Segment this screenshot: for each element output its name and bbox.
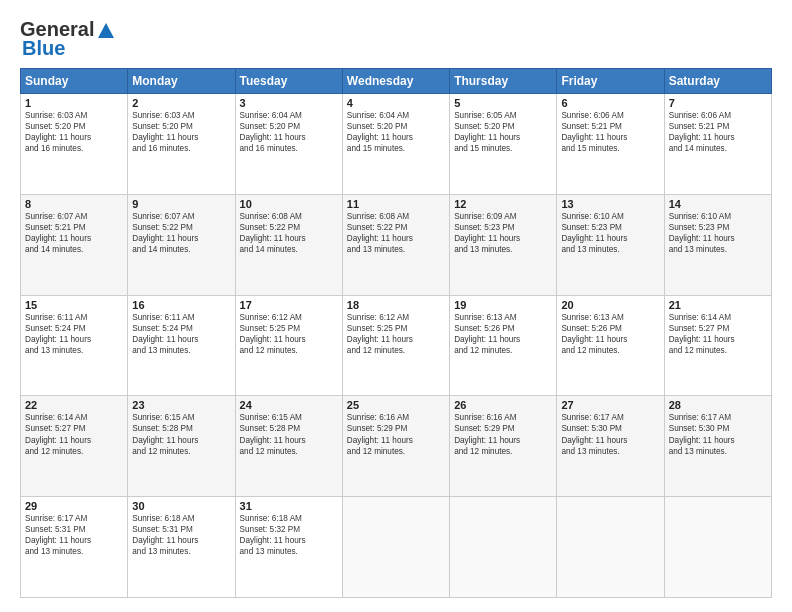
calendar-week-3: 15Sunrise: 6:11 AM Sunset: 5:24 PM Dayli… xyxy=(21,295,772,396)
day-info: Sunrise: 6:03 AM Sunset: 5:20 PM Dayligh… xyxy=(25,110,123,154)
calendar-header-wednesday: Wednesday xyxy=(342,69,449,94)
calendar-cell: 11Sunrise: 6:08 AM Sunset: 5:22 PM Dayli… xyxy=(342,194,449,295)
day-info: Sunrise: 6:13 AM Sunset: 5:26 PM Dayligh… xyxy=(561,312,659,356)
calendar-cell: 16Sunrise: 6:11 AM Sunset: 5:24 PM Dayli… xyxy=(128,295,235,396)
day-number: 6 xyxy=(561,97,659,109)
calendar-header-row: SundayMondayTuesdayWednesdayThursdayFrid… xyxy=(21,69,772,94)
day-info: Sunrise: 6:12 AM Sunset: 5:25 PM Dayligh… xyxy=(240,312,338,356)
calendar-cell: 14Sunrise: 6:10 AM Sunset: 5:23 PM Dayli… xyxy=(664,194,771,295)
day-number: 4 xyxy=(347,97,445,109)
day-info: Sunrise: 6:18 AM Sunset: 5:32 PM Dayligh… xyxy=(240,513,338,557)
day-info: Sunrise: 6:15 AM Sunset: 5:28 PM Dayligh… xyxy=(132,412,230,456)
calendar-cell: 20Sunrise: 6:13 AM Sunset: 5:26 PM Dayli… xyxy=(557,295,664,396)
day-number: 16 xyxy=(132,299,230,311)
day-info: Sunrise: 6:07 AM Sunset: 5:21 PM Dayligh… xyxy=(25,211,123,255)
calendar-header-sunday: Sunday xyxy=(21,69,128,94)
day-number: 28 xyxy=(669,399,767,411)
calendar-week-4: 22Sunrise: 6:14 AM Sunset: 5:27 PM Dayli… xyxy=(21,396,772,497)
calendar-cell: 6Sunrise: 6:06 AM Sunset: 5:21 PM Daylig… xyxy=(557,94,664,195)
day-number: 5 xyxy=(454,97,552,109)
calendar-cell: 31Sunrise: 6:18 AM Sunset: 5:32 PM Dayli… xyxy=(235,497,342,598)
calendar-cell xyxy=(342,497,449,598)
logo: General Blue xyxy=(20,18,117,60)
day-number: 1 xyxy=(25,97,123,109)
day-number: 27 xyxy=(561,399,659,411)
calendar-header-tuesday: Tuesday xyxy=(235,69,342,94)
calendar-header-thursday: Thursday xyxy=(450,69,557,94)
day-info: Sunrise: 6:04 AM Sunset: 5:20 PM Dayligh… xyxy=(347,110,445,154)
day-number: 7 xyxy=(669,97,767,109)
day-number: 25 xyxy=(347,399,445,411)
calendar-cell: 5Sunrise: 6:05 AM Sunset: 5:20 PM Daylig… xyxy=(450,94,557,195)
day-number: 22 xyxy=(25,399,123,411)
day-number: 12 xyxy=(454,198,552,210)
day-info: Sunrise: 6:05 AM Sunset: 5:20 PM Dayligh… xyxy=(454,110,552,154)
calendar-cell: 21Sunrise: 6:14 AM Sunset: 5:27 PM Dayli… xyxy=(664,295,771,396)
day-number: 24 xyxy=(240,399,338,411)
day-number: 21 xyxy=(669,299,767,311)
calendar-header-friday: Friday xyxy=(557,69,664,94)
day-number: 3 xyxy=(240,97,338,109)
calendar-cell: 29Sunrise: 6:17 AM Sunset: 5:31 PM Dayli… xyxy=(21,497,128,598)
day-info: Sunrise: 6:08 AM Sunset: 5:22 PM Dayligh… xyxy=(347,211,445,255)
day-info: Sunrise: 6:17 AM Sunset: 5:30 PM Dayligh… xyxy=(561,412,659,456)
calendar-week-2: 8Sunrise: 6:07 AM Sunset: 5:21 PM Daylig… xyxy=(21,194,772,295)
day-number: 8 xyxy=(25,198,123,210)
day-info: Sunrise: 6:16 AM Sunset: 5:29 PM Dayligh… xyxy=(347,412,445,456)
calendar-header-saturday: Saturday xyxy=(664,69,771,94)
day-info: Sunrise: 6:16 AM Sunset: 5:29 PM Dayligh… xyxy=(454,412,552,456)
calendar-cell: 19Sunrise: 6:13 AM Sunset: 5:26 PM Dayli… xyxy=(450,295,557,396)
calendar-cell: 12Sunrise: 6:09 AM Sunset: 5:23 PM Dayli… xyxy=(450,194,557,295)
calendar-cell xyxy=(557,497,664,598)
calendar-cell: 15Sunrise: 6:11 AM Sunset: 5:24 PM Dayli… xyxy=(21,295,128,396)
day-info: Sunrise: 6:12 AM Sunset: 5:25 PM Dayligh… xyxy=(347,312,445,356)
svg-marker-0 xyxy=(98,23,114,38)
day-number: 13 xyxy=(561,198,659,210)
day-info: Sunrise: 6:17 AM Sunset: 5:31 PM Dayligh… xyxy=(25,513,123,557)
day-info: Sunrise: 6:13 AM Sunset: 5:26 PM Dayligh… xyxy=(454,312,552,356)
calendar-cell: 23Sunrise: 6:15 AM Sunset: 5:28 PM Dayli… xyxy=(128,396,235,497)
day-number: 11 xyxy=(347,198,445,210)
calendar-cell: 13Sunrise: 6:10 AM Sunset: 5:23 PM Dayli… xyxy=(557,194,664,295)
day-number: 17 xyxy=(240,299,338,311)
day-number: 15 xyxy=(25,299,123,311)
calendar-cell: 22Sunrise: 6:14 AM Sunset: 5:27 PM Dayli… xyxy=(21,396,128,497)
day-info: Sunrise: 6:18 AM Sunset: 5:31 PM Dayligh… xyxy=(132,513,230,557)
day-number: 18 xyxy=(347,299,445,311)
day-number: 26 xyxy=(454,399,552,411)
calendar-cell: 8Sunrise: 6:07 AM Sunset: 5:21 PM Daylig… xyxy=(21,194,128,295)
calendar-cell xyxy=(664,497,771,598)
day-info: Sunrise: 6:10 AM Sunset: 5:23 PM Dayligh… xyxy=(669,211,767,255)
day-info: Sunrise: 6:07 AM Sunset: 5:22 PM Dayligh… xyxy=(132,211,230,255)
calendar-cell: 1Sunrise: 6:03 AM Sunset: 5:20 PM Daylig… xyxy=(21,94,128,195)
calendar-cell: 26Sunrise: 6:16 AM Sunset: 5:29 PM Dayli… xyxy=(450,396,557,497)
logo-blue-text: Blue xyxy=(22,37,65,59)
day-info: Sunrise: 6:06 AM Sunset: 5:21 PM Dayligh… xyxy=(669,110,767,154)
calendar-cell: 28Sunrise: 6:17 AM Sunset: 5:30 PM Dayli… xyxy=(664,396,771,497)
day-info: Sunrise: 6:14 AM Sunset: 5:27 PM Dayligh… xyxy=(25,412,123,456)
header: General Blue xyxy=(20,18,772,60)
day-info: Sunrise: 6:11 AM Sunset: 5:24 PM Dayligh… xyxy=(25,312,123,356)
day-info: Sunrise: 6:17 AM Sunset: 5:30 PM Dayligh… xyxy=(669,412,767,456)
calendar-cell: 25Sunrise: 6:16 AM Sunset: 5:29 PM Dayli… xyxy=(342,396,449,497)
calendar-cell: 24Sunrise: 6:15 AM Sunset: 5:28 PM Dayli… xyxy=(235,396,342,497)
day-info: Sunrise: 6:04 AM Sunset: 5:20 PM Dayligh… xyxy=(240,110,338,154)
calendar-cell: 27Sunrise: 6:17 AM Sunset: 5:30 PM Dayli… xyxy=(557,396,664,497)
day-info: Sunrise: 6:08 AM Sunset: 5:22 PM Dayligh… xyxy=(240,211,338,255)
day-info: Sunrise: 6:14 AM Sunset: 5:27 PM Dayligh… xyxy=(669,312,767,356)
calendar-header-monday: Monday xyxy=(128,69,235,94)
calendar-cell: 10Sunrise: 6:08 AM Sunset: 5:22 PM Dayli… xyxy=(235,194,342,295)
calendar: SundayMondayTuesdayWednesdayThursdayFrid… xyxy=(20,68,772,598)
day-info: Sunrise: 6:09 AM Sunset: 5:23 PM Dayligh… xyxy=(454,211,552,255)
day-info: Sunrise: 6:03 AM Sunset: 5:20 PM Dayligh… xyxy=(132,110,230,154)
logo-icon xyxy=(95,20,117,40)
page: General Blue SundayMondayTuesdayWednesda… xyxy=(0,0,792,612)
calendar-cell xyxy=(450,497,557,598)
calendar-cell: 18Sunrise: 6:12 AM Sunset: 5:25 PM Dayli… xyxy=(342,295,449,396)
day-info: Sunrise: 6:06 AM Sunset: 5:21 PM Dayligh… xyxy=(561,110,659,154)
calendar-cell: 4Sunrise: 6:04 AM Sunset: 5:20 PM Daylig… xyxy=(342,94,449,195)
day-number: 29 xyxy=(25,500,123,512)
calendar-cell: 9Sunrise: 6:07 AM Sunset: 5:22 PM Daylig… xyxy=(128,194,235,295)
day-number: 2 xyxy=(132,97,230,109)
calendar-week-1: 1Sunrise: 6:03 AM Sunset: 5:20 PM Daylig… xyxy=(21,94,772,195)
